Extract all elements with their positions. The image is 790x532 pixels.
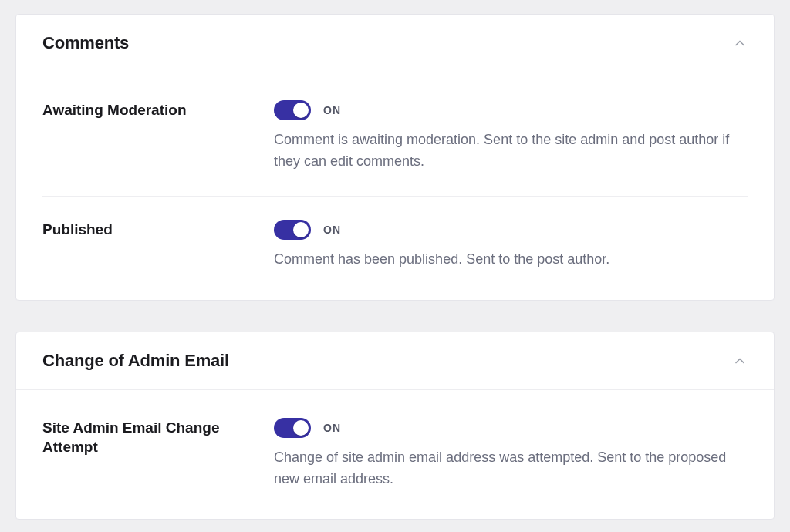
- setting-row-site-admin-email-change: Site Admin Email Change Attempt ON Chang…: [42, 395, 748, 513]
- setting-label: Awaiting Moderation: [42, 100, 274, 120]
- toggle-knob: [293, 222, 309, 237]
- setting-content: ON Comment has been published. Sent to t…: [274, 220, 748, 271]
- setting-label: Site Admin Email Change Attempt: [42, 418, 274, 457]
- panel-body: Site Admin Email Change Attempt ON Chang…: [16, 390, 774, 520]
- setting-content: ON Change of site admin email address wa…: [274, 418, 748, 490]
- toggle-state-label: ON: [323, 224, 341, 236]
- panel-comments: Comments Awaiting Moderation ON Comment …: [15, 14, 775, 301]
- panel-title: Change of Admin Email: [42, 351, 229, 371]
- toggle-state-label: ON: [323, 104, 341, 116]
- toggle-state-label: ON: [323, 422, 341, 434]
- setting-content: ON Comment is awaiting moderation. Sent …: [274, 100, 748, 173]
- setting-row-awaiting-moderation: Awaiting Moderation ON Comment is awaiti…: [42, 77, 748, 196]
- toggle-published[interactable]: [274, 220, 311, 240]
- setting-description: Change of site admin email address was a…: [274, 447, 748, 490]
- toggle-knob: [293, 103, 309, 118]
- setting-label: Published: [42, 220, 274, 240]
- setting-description: Comment is awaiting moderation. Sent to …: [274, 130, 748, 173]
- toggle-line: ON: [274, 418, 748, 438]
- setting-row-published: Published ON Comment has been published.…: [42, 196, 748, 294]
- toggle-knob: [293, 420, 309, 436]
- panel-change-admin-email: Change of Admin Email Site Admin Email C…: [15, 332, 775, 520]
- toggle-line: ON: [274, 220, 748, 240]
- setting-description: Comment has been published. Sent to the …: [274, 249, 748, 271]
- panel-body: Awaiting Moderation ON Comment is awaiti…: [16, 72, 774, 300]
- toggle-line: ON: [274, 100, 748, 120]
- toggle-awaiting-moderation[interactable]: [274, 100, 311, 120]
- panel-header-comments[interactable]: Comments: [16, 15, 774, 72]
- panel-title: Comments: [42, 33, 129, 53]
- chevron-up-icon: [732, 35, 748, 51]
- toggle-site-admin-email-change[interactable]: [274, 418, 311, 438]
- panel-header-change-admin-email[interactable]: Change of Admin Email: [16, 332, 774, 390]
- chevron-up-icon: [732, 353, 748, 369]
